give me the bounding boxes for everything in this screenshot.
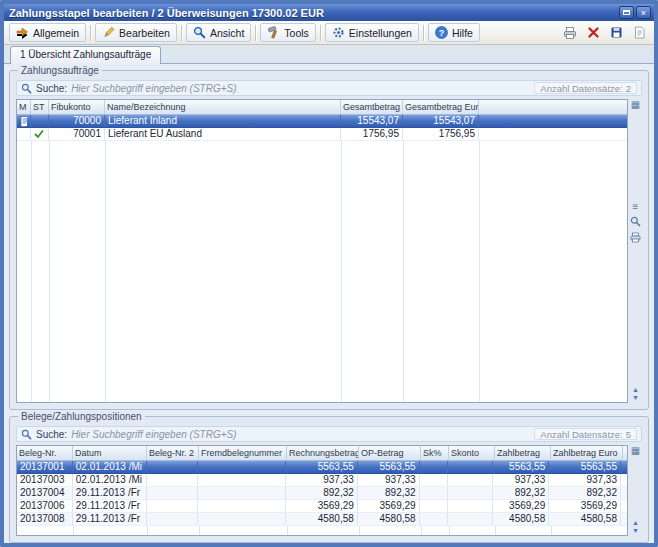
header-skonto[interactable]: Skonto (449, 446, 495, 460)
cell-skonto (448, 487, 494, 499)
cell-zahlbetrag-euro: 937,33 (549, 474, 621, 486)
header-rechnungsbetrag[interactable]: Rechnungsbetrag (287, 446, 359, 460)
search-icon (21, 83, 32, 94)
orders-scroll-arrows: ▲ ▼ (632, 386, 639, 401)
close-button[interactable]: × (636, 6, 651, 19)
cell-filler (621, 487, 627, 499)
orders-table-area: M ST Fibukonto Name/Bezeichnung Gesamtbe… (16, 99, 642, 403)
print-rows-icon[interactable] (630, 232, 641, 243)
cell-fibukonto: 70000 (49, 115, 105, 127)
orders-record-count-value: 2 (626, 83, 631, 94)
cell-datum: 02.01.2013 /Mi (73, 461, 147, 473)
header-beleg-nr-2[interactable]: Beleg-Nr. 2 (147, 446, 199, 460)
search-icon (21, 429, 32, 440)
toolbar-right-icons (562, 25, 649, 41)
table-row[interactable]: 70001 Lieferant EU Ausland 1756,95 1756,… (17, 128, 627, 141)
cell-skonto (448, 513, 494, 525)
delete-button[interactable] (585, 25, 601, 41)
table-row[interactable]: 20137008 29.11.2013 /Fr 4580,58 4580,58 … (17, 513, 627, 526)
header-gesamtbetrag[interactable]: Gesamtbetrag (341, 100, 403, 114)
window: Zahlungsstapel bearbeiten / 2 Überweisun… (0, 0, 658, 547)
cell-filler (621, 474, 627, 486)
orders-search-row: Suche: Anzahl Datensätze: 2 (16, 80, 642, 96)
cell-gesamtbetrag: 1756,95 (341, 128, 403, 140)
tools-button[interactable]: Tools (260, 23, 316, 42)
hilfe-button[interactable]: ? Hilfe (428, 23, 480, 42)
header-filler (623, 446, 627, 460)
notes-button[interactable] (631, 25, 647, 41)
ansicht-label: Ansicht (210, 27, 244, 39)
magnifier-icon (193, 26, 206, 39)
cell-datum: 29.11.2013 /Fr (73, 513, 147, 525)
positions-record-count-label: Anzahl Datensätze: (540, 429, 622, 440)
restore-icon (623, 10, 630, 15)
einstellungen-label: Einstellungen (349, 27, 412, 39)
tab-uebersicht-zahlungsauftraege[interactable]: 1 Übersicht Zahlungsaufträge (10, 46, 161, 64)
save-button[interactable] (608, 25, 624, 41)
red-x-icon (587, 26, 600, 39)
cell-gesamtbetrag: 15543,07 (341, 115, 403, 127)
zoom-icon[interactable] (630, 216, 641, 227)
header-fremdbelegnummer[interactable]: Fremdbelegnummer (199, 446, 287, 460)
scroll-up-icon[interactable]: ▲ (632, 519, 639, 526)
header-st[interactable]: ST (31, 100, 49, 114)
table-row[interactable]: 20137004 29.11.2013 /Fr 892,32 892,32 89… (17, 487, 627, 500)
cell-fremdbelegnummer (198, 474, 286, 486)
header-datum[interactable]: Datum (73, 446, 147, 460)
scroll-up-icon[interactable]: ▲ (632, 386, 639, 393)
print-button[interactable] (562, 25, 578, 41)
restore-button[interactable] (619, 6, 634, 19)
toolbar-separator (320, 25, 321, 41)
cell-m (17, 115, 31, 127)
orders-table: M ST Fibukonto Name/Bezeichnung Gesamtbe… (16, 99, 628, 403)
ansicht-button[interactable]: Ansicht (186, 23, 251, 42)
header-name[interactable]: Name/Bezeichnung (105, 100, 341, 114)
cell-zahlbetrag-euro: 892,32 (549, 487, 621, 499)
positions-table: Beleg-Nr. Datum Beleg-Nr. 2 Fremdbelegnu… (16, 445, 628, 536)
cell-datum: 29.11.2013 /Fr (73, 487, 147, 499)
cell-beleg-nr-2 (147, 500, 199, 512)
table-row[interactable]: 20137003 02.01.2013 /Mi 937,33 937,33 93… (17, 474, 627, 487)
scroll-down-icon[interactable]: ▼ (632, 527, 639, 534)
einstellungen-button[interactable]: Einstellungen (325, 23, 419, 42)
bearbeiten-button[interactable]: Bearbeiten (95, 23, 177, 42)
positions-search-input[interactable] (71, 429, 530, 440)
cell-op-betrag: 937,33 (358, 474, 420, 486)
table-row[interactable]: 70000 Lieferant Inland 15543,07 15543,07 (17, 115, 627, 128)
header-sk[interactable]: Sk% (421, 446, 449, 460)
cell-beleg-nr-2 (147, 513, 199, 525)
header-beleg-nr[interactable]: Beleg-Nr. (17, 446, 73, 460)
cell-beleg-nr-2 (147, 474, 199, 486)
orders-search-input[interactable] (71, 83, 530, 94)
table-row[interactable]: 20137006 29.11.2013 /Fr 3569,29 3569,29 … (17, 500, 627, 513)
header-zahlbetrag[interactable]: Zahlbetrag (495, 446, 551, 460)
cell-rechnungsbetrag: 892,32 (286, 487, 358, 499)
cell-zahlbetrag: 937,33 (493, 474, 549, 486)
header-gesamtbetrag-euro[interactable]: Gesamtbetrag Euro (403, 100, 479, 114)
cell-rechnungsbetrag: 3569,29 (286, 500, 358, 512)
cell-filler (621, 500, 627, 512)
positions-scroll-arrows: ▲ ▼ (632, 519, 639, 534)
header-op-betrag[interactable]: OP-Betrag (359, 446, 421, 460)
list-icon[interactable]: ≡ (633, 202, 639, 211)
cell-zahlbetrag-euro: 4580,58 (549, 513, 621, 525)
scroll-down-icon[interactable]: ▼ (632, 394, 639, 401)
positions-search-label: Suche: (36, 429, 67, 440)
header-zahlbetrag-euro[interactable]: Zahlbetrag Euro (551, 446, 623, 460)
column-config-icon[interactable]: ▦ (631, 99, 640, 110)
printer-icon (563, 26, 577, 40)
allgemein-button[interactable]: Allgemein (9, 23, 86, 42)
table-row[interactable]: 20137001 02.01.2013 /Mi 5563,55 5563,55 … (17, 461, 627, 474)
header-m[interactable]: M (17, 100, 31, 114)
positions-record-count-value: 5 (626, 429, 631, 440)
cell-fremdbelegnummer (198, 500, 286, 512)
cell-gesamtbetrag-euro: 15543,07 (403, 115, 479, 127)
cell-st (31, 115, 49, 127)
hammer-icon (267, 26, 280, 39)
header-fibukonto[interactable]: Fibukonto (49, 100, 105, 114)
orders-record-count-label: Anzahl Datensätze: (540, 83, 622, 94)
positions-side-toolbar: ▦ ▲ ▼ (628, 445, 642, 536)
column-config-icon[interactable]: ▦ (631, 445, 640, 456)
content: Zahlungsaufträge Suche: Anzahl Datensätz… (4, 64, 654, 543)
toolbar-separator (255, 25, 256, 41)
